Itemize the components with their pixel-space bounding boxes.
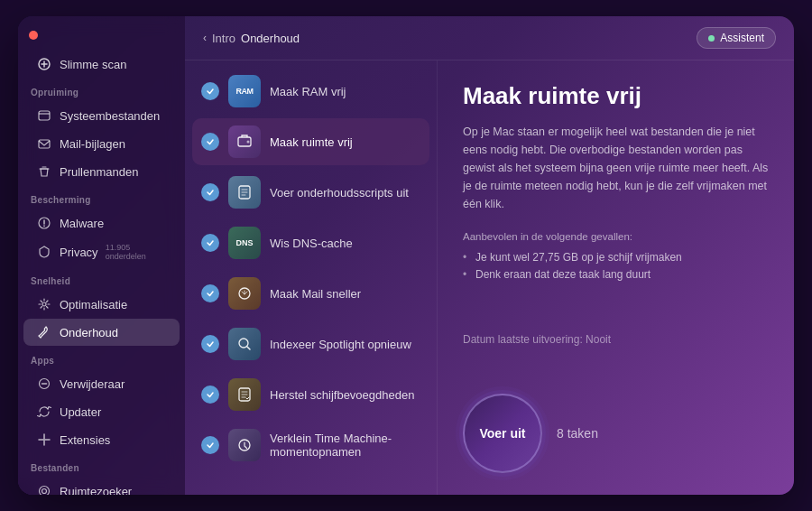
sidebar: Slimme scan Opruiming Systeembestanden M… <box>18 16 185 495</box>
sidebar-item-updater[interactable]: Updater <box>23 398 180 425</box>
assistant-label: Assistent <box>720 32 764 44</box>
task-check-icon <box>201 133 219 151</box>
sidebar-item-optimalisatie[interactable]: Optimalisatie <box>23 291 180 318</box>
sidebar-top <box>18 31 185 47</box>
task-icon-ram: RAM <box>228 75 261 107</box>
section-label-snelheid: Snelheid <box>18 267 185 290</box>
sidebar-item-mail-bijlagen[interactable]: Mail-bijlagen <box>23 130 180 157</box>
task-icon-storage <box>228 125 261 158</box>
header: ‹ Intro Onderhoud Assistent <box>185 16 794 60</box>
app-window: Slimme scan Opruiming Systeembestanden M… <box>18 16 794 495</box>
sidebar-item-systeembestanden[interactable]: Systeembestanden <box>23 102 180 129</box>
task-item[interactable]: Herstel schijfbevoegdheden <box>192 371 429 418</box>
privacy-badge: 11.905 onderdelen <box>106 243 167 261</box>
task-item[interactable]: Verklein Time Machine-momentopnamen <box>192 422 429 469</box>
recommended-item: Denk eraan dat deze taak lang duurt <box>463 268 769 281</box>
task-item[interactable]: Maak Mail sneller <box>192 270 429 317</box>
section-label-opruiming: Opruiming <box>18 79 185 101</box>
breadcrumb-back[interactable]: Intro <box>212 32 235 45</box>
run-button[interactable]: Voer uit <box>463 394 542 473</box>
sidebar-item-label: Systeembestanden <box>60 109 160 123</box>
trash-icon <box>36 163 52 180</box>
breadcrumb-current: Onderhoud <box>241 32 300 45</box>
task-check-icon <box>201 386 219 404</box>
tasks-count: 8 taken <box>557 426 598 441</box>
sidebar-item-label: Updater <box>60 405 101 419</box>
malware-icon <box>36 215 52 231</box>
sidebar-item-privacy[interactable]: Privacy 11.905 onderdelen <box>23 237 180 266</box>
privacy-icon <box>36 244 52 260</box>
recommended-title: Aanbevolen in de volgende gevallen: <box>463 231 769 242</box>
sidebar-item-label: Prullenmanden <box>60 165 138 179</box>
recommended-section: Aanbevolen in de volgende gevallen: Je k… <box>463 231 769 285</box>
optimalisatie-icon <box>36 296 52 312</box>
task-check-icon <box>201 183 219 201</box>
breadcrumb: ‹ Intro Onderhoud <box>203 32 300 45</box>
sidebar-item-slimme-scan[interactable]: Slimme scan <box>23 51 180 78</box>
breadcrumb-back-icon: ‹ <box>203 32 207 44</box>
sidebar-item-label: Mail-bijlagen <box>60 137 125 151</box>
task-icon-permissions <box>228 378 261 411</box>
systeembestanden-icon <box>36 107 52 124</box>
onderhoud-icon <box>36 324 52 340</box>
last-run-label: Datum laatste uitvoering: Nooit <box>463 333 769 346</box>
svg-rect-2 <box>39 140 50 148</box>
task-icon-mail <box>228 277 261 310</box>
tasks-list: RAM Maak RAM vrij <box>185 60 438 495</box>
task-label: Indexeer Spotlight opnieuw <box>270 338 411 351</box>
task-item[interactable]: Voer onderhoudsscripts uit <box>192 169 429 216</box>
task-label: Maak Mail sneller <box>270 287 361 301</box>
sidebar-item-label: Ruimtezoeker <box>60 485 132 496</box>
task-icon-dns: DNS <box>228 227 261 259</box>
sidebar-item-malware[interactable]: Malware <box>23 209 180 237</box>
main-content: ‹ Intro Onderhoud Assistent <box>185 16 794 495</box>
body-split: RAM Maak RAM vrij <box>185 60 794 495</box>
svg-point-4 <box>42 302 46 306</box>
task-item[interactable]: Maak ruimte vrij <box>192 118 429 165</box>
task-check-icon <box>201 436 219 454</box>
task-label: Maak ruimte vrij <box>270 135 353 149</box>
svg-point-7 <box>42 489 47 494</box>
scan-icon <box>36 56 52 72</box>
sidebar-item-label: Verwijderaar <box>60 377 125 391</box>
sidebar-item-label: Malware <box>60 217 104 230</box>
assistant-dot <box>708 35 715 42</box>
sidebar-item-prullenmanden[interactable]: Prullenmanden <box>23 158 180 185</box>
task-label: Herstel schijfbevoegdheden <box>270 388 414 402</box>
action-area: Voer uit 8 taken <box>463 394 769 473</box>
task-icon-scripts <box>228 176 261 209</box>
sidebar-item-verwijderaar[interactable]: Verwijderaar <box>23 370 180 397</box>
sidebar-item-label: Optimalisatie <box>60 298 127 311</box>
task-check-icon <box>201 284 219 302</box>
mail-icon <box>36 135 52 152</box>
task-label: Voer onderhoudsscripts uit <box>270 186 409 200</box>
sidebar-item-extensies[interactable]: Extensies <box>23 426 180 453</box>
task-check-icon <box>201 335 219 353</box>
extensies-icon <box>36 432 52 448</box>
task-check-icon <box>201 82 219 100</box>
svg-point-13 <box>247 141 250 144</box>
sidebar-item-label: Privacy <box>60 246 98 259</box>
detail-panel: Maak ruimte vrij Op je Mac staan er moge… <box>438 60 794 495</box>
section-label-bescherming: Bescherming <box>18 186 185 209</box>
task-icon-spotlight <box>228 328 261 360</box>
detail-description: Op je Mac staan er mogelijk heel wat bes… <box>463 123 769 213</box>
section-label-apps: Apps <box>18 347 185 369</box>
task-check-icon <box>201 234 219 252</box>
sidebar-item-label: Onderhoud <box>60 326 118 339</box>
assistant-button[interactable]: Assistent <box>697 27 776 49</box>
sidebar-item-ruimtezoeker[interactable]: Ruimtezoeker <box>23 478 180 495</box>
svg-rect-1 <box>39 111 50 120</box>
updater-icon <box>36 404 52 420</box>
sidebar-item-label: Extensies <box>60 433 110 447</box>
task-item[interactable]: Indexeer Spotlight opnieuw <box>192 321 429 367</box>
task-item[interactable]: DNS Wis DNS-cache <box>192 219 429 266</box>
task-item[interactable]: RAM Maak RAM vrij <box>192 68 429 115</box>
traffic-light <box>29 31 38 40</box>
task-label: Maak RAM vrij <box>270 85 346 98</box>
task-label: Verklein Time Machine-momentopnamen <box>270 432 420 459</box>
detail-title: Maak ruimte vrij <box>463 82 769 110</box>
sidebar-item-onderhoud[interactable]: Onderhoud <box>23 319 180 346</box>
task-icon-timemachine <box>228 429 261 461</box>
sidebar-item-label: Slimme scan <box>60 58 126 71</box>
